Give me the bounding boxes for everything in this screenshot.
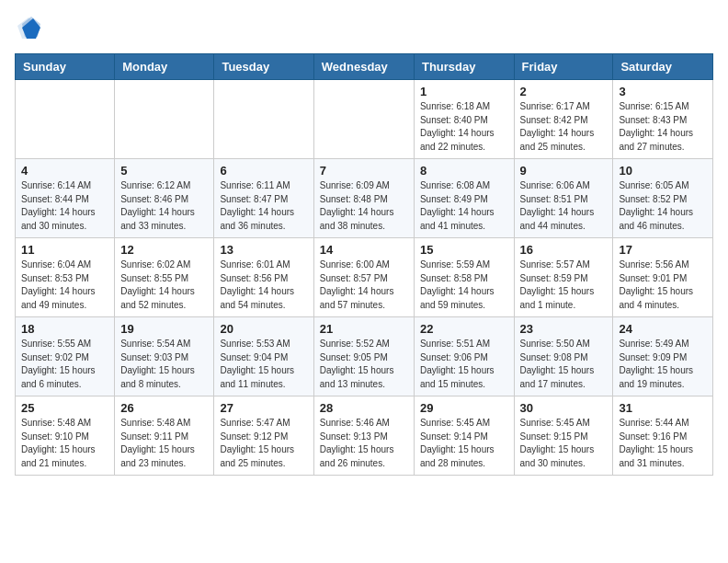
cell-content: Sunrise: 5:47 AM Sunset: 9:12 PM Dayligh… bbox=[220, 417, 307, 470]
calendar-cell: 30Sunrise: 5:45 AM Sunset: 9:15 PM Dayli… bbox=[514, 396, 613, 476]
day-number: 20 bbox=[220, 322, 307, 336]
calendar-cell: 16Sunrise: 5:57 AM Sunset: 8:59 PM Dayli… bbox=[514, 238, 613, 317]
day-number: 21 bbox=[320, 322, 408, 336]
calendar-cell bbox=[214, 80, 313, 159]
day-number: 5 bbox=[120, 164, 208, 178]
cell-content: Sunrise: 5:53 AM Sunset: 9:04 PM Dayligh… bbox=[220, 338, 307, 391]
cell-content: Sunrise: 6:15 AM Sunset: 8:43 PM Dayligh… bbox=[619, 100, 707, 154]
calendar-cell: 28Sunrise: 5:46 AM Sunset: 9:13 PM Dayli… bbox=[313, 396, 414, 476]
day-number: 27 bbox=[220, 401, 307, 415]
calendar-cell: 17Sunrise: 5:56 AM Sunset: 9:01 PM Dayli… bbox=[613, 238, 713, 317]
cell-content: Sunrise: 5:48 AM Sunset: 9:11 PM Dayligh… bbox=[120, 417, 208, 470]
day-number: 23 bbox=[520, 322, 608, 336]
calendar-cell: 6Sunrise: 6:11 AM Sunset: 8:47 PM Daylig… bbox=[214, 159, 313, 238]
day-header-tuesday: Tuesday bbox=[214, 54, 313, 80]
calendar-cell: 27Sunrise: 5:47 AM Sunset: 9:12 PM Dayli… bbox=[214, 396, 313, 476]
day-number: 4 bbox=[21, 164, 108, 178]
calendar-cell: 15Sunrise: 5:59 AM Sunset: 8:58 PM Dayli… bbox=[414, 238, 514, 317]
day-number: 1 bbox=[420, 85, 508, 98]
day-number: 9 bbox=[520, 164, 608, 178]
cell-content: Sunrise: 6:00 AM Sunset: 8:57 PM Dayligh… bbox=[320, 259, 408, 312]
day-number: 26 bbox=[120, 401, 208, 415]
cell-content: Sunrise: 5:44 AM Sunset: 9:16 PM Dayligh… bbox=[619, 417, 707, 470]
day-number: 6 bbox=[220, 164, 307, 178]
cell-content: Sunrise: 5:45 AM Sunset: 9:15 PM Dayligh… bbox=[520, 417, 608, 470]
calendar-cell: 2Sunrise: 6:17 AM Sunset: 8:42 PM Daylig… bbox=[514, 80, 613, 159]
calendar-cell bbox=[16, 80, 115, 159]
cell-content: Sunrise: 5:45 AM Sunset: 9:14 PM Dayligh… bbox=[420, 417, 508, 470]
day-number: 16 bbox=[520, 243, 608, 257]
cell-content: Sunrise: 6:14 AM Sunset: 8:44 PM Dayligh… bbox=[21, 179, 108, 233]
calendar-cell: 1Sunrise: 6:18 AM Sunset: 8:40 PM Daylig… bbox=[414, 80, 514, 159]
calendar-cell: 25Sunrise: 5:48 AM Sunset: 9:10 PM Dayli… bbox=[16, 396, 115, 476]
cell-content: Sunrise: 5:52 AM Sunset: 9:05 PM Dayligh… bbox=[320, 338, 408, 391]
day-header-sunday: Sunday bbox=[16, 54, 115, 80]
day-header-saturday: Saturday bbox=[613, 54, 713, 80]
cell-content: Sunrise: 6:17 AM Sunset: 8:42 PM Dayligh… bbox=[520, 100, 608, 154]
cell-content: Sunrise: 5:48 AM Sunset: 9:10 PM Dayligh… bbox=[21, 417, 108, 470]
day-number: 14 bbox=[320, 243, 408, 257]
calendar-cell: 21Sunrise: 5:52 AM Sunset: 9:05 PM Dayli… bbox=[313, 317, 414, 396]
cell-content: Sunrise: 6:08 AM Sunset: 8:49 PM Dayligh… bbox=[420, 179, 508, 233]
calendar-cell: 31Sunrise: 5:44 AM Sunset: 9:16 PM Dayli… bbox=[613, 396, 713, 476]
day-number: 15 bbox=[420, 243, 508, 257]
calendar-cell: 12Sunrise: 6:02 AM Sunset: 8:55 PM Dayli… bbox=[115, 238, 214, 317]
cell-content: Sunrise: 5:50 AM Sunset: 9:08 PM Dayligh… bbox=[520, 338, 608, 391]
logo-icon bbox=[15, 15, 42, 42]
calendar-cell: 10Sunrise: 6:05 AM Sunset: 8:52 PM Dayli… bbox=[613, 159, 713, 238]
day-number: 28 bbox=[320, 401, 408, 415]
calendar-cell bbox=[313, 80, 414, 159]
day-number: 11 bbox=[21, 243, 108, 257]
day-number: 18 bbox=[21, 322, 108, 336]
cell-content: Sunrise: 5:54 AM Sunset: 9:03 PM Dayligh… bbox=[120, 338, 208, 391]
day-number: 17 bbox=[619, 243, 707, 257]
calendar-cell: 22Sunrise: 5:51 AM Sunset: 9:06 PM Dayli… bbox=[414, 317, 514, 396]
logo bbox=[15, 15, 46, 42]
calendar-cell: 5Sunrise: 6:12 AM Sunset: 8:46 PM Daylig… bbox=[115, 159, 214, 238]
cell-content: Sunrise: 6:02 AM Sunset: 8:55 PM Dayligh… bbox=[120, 259, 208, 312]
calendar-cell: 18Sunrise: 5:55 AM Sunset: 9:02 PM Dayli… bbox=[16, 317, 115, 396]
day-number: 13 bbox=[220, 243, 307, 257]
cell-content: Sunrise: 5:55 AM Sunset: 9:02 PM Dayligh… bbox=[21, 338, 108, 391]
calendar-cell: 9Sunrise: 6:06 AM Sunset: 8:51 PM Daylig… bbox=[514, 159, 613, 238]
page-header bbox=[15, 15, 713, 42]
cell-content: Sunrise: 6:05 AM Sunset: 8:52 PM Dayligh… bbox=[619, 179, 707, 233]
day-number: 31 bbox=[619, 401, 707, 415]
cell-content: Sunrise: 6:01 AM Sunset: 8:56 PM Dayligh… bbox=[220, 259, 307, 312]
cell-content: Sunrise: 5:56 AM Sunset: 9:01 PM Dayligh… bbox=[619, 259, 707, 312]
cell-content: Sunrise: 6:09 AM Sunset: 8:48 PM Dayligh… bbox=[320, 179, 408, 233]
day-number: 2 bbox=[520, 85, 608, 98]
day-number: 19 bbox=[120, 322, 208, 336]
day-number: 25 bbox=[21, 401, 108, 415]
calendar-cell: 3Sunrise: 6:15 AM Sunset: 8:43 PM Daylig… bbox=[613, 80, 713, 159]
day-header-thursday: Thursday bbox=[414, 54, 514, 80]
calendar-table: SundayMondayTuesdayWednesdayThursdayFrid… bbox=[15, 53, 713, 476]
calendar-cell: 11Sunrise: 6:04 AM Sunset: 8:53 PM Dayli… bbox=[16, 238, 115, 317]
calendar-cell: 14Sunrise: 6:00 AM Sunset: 8:57 PM Dayli… bbox=[313, 238, 414, 317]
calendar-cell: 20Sunrise: 5:53 AM Sunset: 9:04 PM Dayli… bbox=[214, 317, 313, 396]
cell-content: Sunrise: 5:57 AM Sunset: 8:59 PM Dayligh… bbox=[520, 259, 608, 312]
cell-content: Sunrise: 6:11 AM Sunset: 8:47 PM Dayligh… bbox=[220, 179, 307, 233]
calendar-cell: 13Sunrise: 6:01 AM Sunset: 8:56 PM Dayli… bbox=[214, 238, 313, 317]
calendar-cell: 8Sunrise: 6:08 AM Sunset: 8:49 PM Daylig… bbox=[414, 159, 514, 238]
cell-content: Sunrise: 5:59 AM Sunset: 8:58 PM Dayligh… bbox=[420, 259, 508, 312]
day-number: 30 bbox=[520, 401, 608, 415]
calendar-cell: 7Sunrise: 6:09 AM Sunset: 8:48 PM Daylig… bbox=[313, 159, 414, 238]
calendar-cell: 19Sunrise: 5:54 AM Sunset: 9:03 PM Dayli… bbox=[115, 317, 214, 396]
day-number: 10 bbox=[619, 164, 707, 178]
cell-content: Sunrise: 6:12 AM Sunset: 8:46 PM Dayligh… bbox=[120, 179, 208, 233]
calendar-cell: 29Sunrise: 5:45 AM Sunset: 9:14 PM Dayli… bbox=[414, 396, 514, 476]
cell-content: Sunrise: 6:18 AM Sunset: 8:40 PM Dayligh… bbox=[420, 100, 508, 154]
day-number: 22 bbox=[420, 322, 508, 336]
calendar-cell bbox=[115, 80, 214, 159]
day-header-friday: Friday bbox=[514, 54, 613, 80]
day-number: 24 bbox=[619, 322, 707, 336]
day-number: 7 bbox=[320, 164, 408, 178]
day-number: 3 bbox=[619, 85, 707, 98]
calendar-cell: 26Sunrise: 5:48 AM Sunset: 9:11 PM Dayli… bbox=[115, 396, 214, 476]
day-number: 8 bbox=[420, 164, 508, 178]
cell-content: Sunrise: 5:46 AM Sunset: 9:13 PM Dayligh… bbox=[320, 417, 408, 470]
day-header-monday: Monday bbox=[115, 54, 214, 80]
calendar-cell: 4Sunrise: 6:14 AM Sunset: 8:44 PM Daylig… bbox=[16, 159, 115, 238]
calendar-cell: 24Sunrise: 5:49 AM Sunset: 9:09 PM Dayli… bbox=[613, 317, 713, 396]
